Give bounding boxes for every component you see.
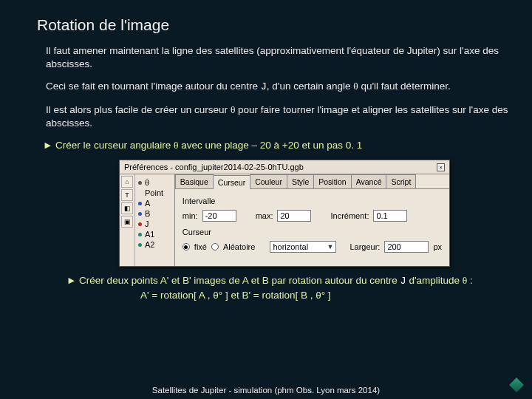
min-input[interactable]: -20 [202,210,236,222]
tab-position[interactable]: Position [313,174,351,188]
tool-icon[interactable]: ⌂ [121,176,133,188]
tree-item-b[interactable]: B [135,208,174,219]
group-intervalle: Intervalle [183,197,442,205]
tool-icon[interactable]: T [121,189,133,201]
tool-icon[interactable]: ▣ [121,216,133,228]
tab-basique[interactable]: Basique [175,174,214,188]
max-input[interactable]: 20 [277,210,311,222]
tree-label: A1 [145,230,154,239]
tab-bar: Basique Curseur Couleur Style Position A… [175,174,449,189]
close-icon[interactable]: × [437,163,445,171]
preferences-dialog: Préférences - config_jupiter2014-02-25-0… [119,160,450,267]
aleatoire-label: Aléatoire [223,242,255,251]
tree-item-point[interactable]: Point [135,188,174,198]
dialog-title: Préférences - config_jupiter2014-02-25-0… [124,163,304,171]
tab-avance[interactable]: Avancé [351,174,387,188]
instr1-b: avec une plage – 20 à +20 et un pas 0. 1 [178,140,362,151]
tree-label: A2 [145,240,154,249]
tree-item-theta[interactable]: θ [135,177,174,188]
p3-a: Il est alors plus facile de créer un cur… [46,104,231,115]
instruction-1: ► Créer le curseur angulaire θ avec une … [43,139,519,152]
radio-aleatoire[interactable] [211,243,219,250]
slide-title: Rotation de l'image [37,16,532,34]
largeur-input[interactable]: 200 [384,241,429,253]
tab-couleur[interactable]: Couleur [250,174,287,188]
chevron-down-icon: ▼ [327,243,333,250]
tab-style[interactable]: Style [287,174,314,188]
largeur-label: Largeur: [349,242,380,251]
toolstrip: ⌂ T ◧ ▣ [120,174,135,266]
tree-label: J [145,219,149,228]
arrow-icon: ► Créer deux points A' et B' images de A… [66,275,400,286]
dialog-titlebar: Préférences - config_jupiter2014-02-25-0… [120,160,449,174]
min-label: min: [183,211,198,220]
tab-script[interactable]: Script [386,174,416,188]
para-3: Il est alors plus facile de créer un cur… [46,103,520,130]
group-curseur: Curseur [183,228,442,236]
para-2: Ceci se fait en tournant l'image autour … [46,80,520,94]
tree-label: B [145,209,150,218]
p2-a: Ceci se fait en tournant l'image autour … [46,81,261,92]
letter-J: J [261,81,267,92]
instr2-c: : [467,275,473,286]
tree-item-j[interactable]: J [135,219,174,229]
radio-fixe[interactable] [183,243,190,250]
tree-item-a[interactable]: A [135,198,174,208]
instruction-2: ► Créer deux points A' et B' images de A… [66,274,510,301]
p2-c: qu'il faut déterminer. [358,81,451,92]
footer-caption: Satellites de Jupiter - simulation (phm … [0,386,532,395]
equation-line: A' = rotation[ A , θ° ] et B' = rotation… [140,289,510,302]
letter-J: J [400,276,406,287]
max-label: max: [256,211,273,220]
instr2-b: d'amplitude [406,275,463,286]
tree-label: A [145,199,150,208]
tab-curseur[interactable]: Curseur [213,175,250,189]
para-1: Il faut amener maintenant la ligne des s… [46,44,520,71]
tool-icon[interactable]: ◧ [121,202,133,214]
px-label: px [433,242,442,251]
tree-label: Point [145,188,163,197]
orientation-select[interactable]: horizontal ▼ [270,241,336,253]
tree-item-a2[interactable]: A2 [135,239,174,250]
arrow-icon: ► Créer le curseur angulaire [43,140,174,151]
p2-b: , d'un certain angle [267,81,353,92]
object-tree: θ Point A B J A1 A2 [135,174,175,266]
tree-label: θ [145,178,149,187]
increment-input[interactable]: 0.1 [373,210,407,222]
orientation-value: horizontal [273,242,308,251]
slider-panel: Intervalle min: -20 max: 20 Incrément: 0… [175,189,449,266]
fixe-label: fixé [194,242,207,251]
tree-item-a1[interactable]: A1 [135,229,174,239]
increment-label: Incrément: [330,211,369,220]
